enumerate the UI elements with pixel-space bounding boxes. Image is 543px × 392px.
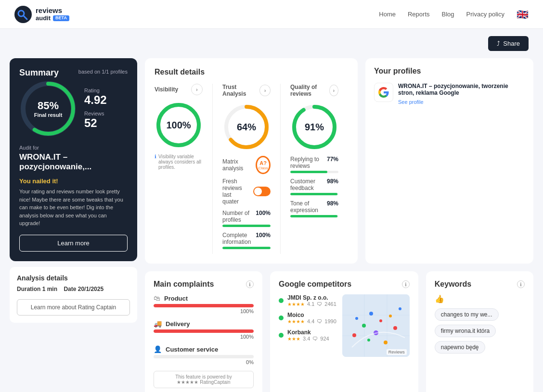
complaint-customer-service: 👤 Customer service 0% [154,345,254,365]
logo: reviews audit BETA [14,6,69,23]
nailed-desc: Your rating and reviews number look pret… [19,188,128,228]
fresh-reviews-section: Fresh reviews last quater [222,178,271,205]
nav-blog[interactable]: Blog [442,11,454,18]
result-details-title: Result details [155,68,348,76]
thumbs-up-icon: 👍 [435,294,444,303]
reviews-value: 52 [84,116,107,130]
result-details-card: Result details Visibility › [145,58,358,264]
language-flag[interactable]: 🇬🇧 [517,9,529,20]
analysis-duration: Duration 1 min Date 20/1/2025 [17,286,130,292]
svg-point-22 [393,326,397,330]
summary-metrics: 85% Final result Rating 4.92 Reviews 52 [19,80,128,138]
bottom-row: Main complaints ℹ 🛍 Product 100% 🚚 Deliv… [145,271,533,392]
svg-point-0 [14,6,32,23]
quality-nav-arrow[interactable]: › [329,85,338,96]
product-icon: 🛍 [154,294,160,302]
learn-more-rating-captain-button[interactable]: Learn more about Rating Captain [17,299,130,316]
competitor-name-3: Korbank [287,329,336,336]
see-profile-link[interactable]: See profile [398,99,424,105]
svg-point-23 [367,339,370,341]
keyword-tag-2[interactable]: firmy wrona.it która [435,325,496,337]
svg-point-17 [379,319,382,322]
main-complaints-info-icon[interactable]: ℹ [246,280,254,288]
rating-label: Rating [84,88,107,93]
complete-info-metric: Complete information 100% [222,232,271,249]
analysis-details-card: Analysis details Duration 1 min Date 20/… [10,267,137,323]
svg-point-24 [384,341,388,344]
your-profiles-card: Your profiles WRONA.IT – pozycjonowanie,… [365,58,533,264]
nav-privacy[interactable]: Privacy policy [466,11,504,18]
trust-nav-arrow[interactable]: › [259,85,271,96]
keyword-tag-1[interactable]: changes to my we... [435,308,499,321]
matrix-label: Matrix analysis [222,158,252,172]
visibility-note: ℹ Visibility variable always considers a… [155,154,203,170]
quality-label: Quality of reviews [290,84,329,97]
tone-metric: Tone of expression 98% [290,200,338,217]
keywords-card: Keywords ℹ 👍 changes to my we... firmy w… [426,271,533,392]
customer-service-pct: 0% [154,359,254,365]
delivery-name: Delivery [166,320,190,328]
customer-service-icon: 👤 [154,345,162,353]
visibility-value: 100% [166,120,191,131]
share-button[interactable]: ⤴ Share [488,36,529,51]
delivery-icon: 🚚 [154,320,162,328]
fresh-reviews-toggle[interactable] [253,187,271,196]
competitors-map: Reviews [342,294,410,357]
visibility-circle: 100% [155,101,203,149]
complaint-delivery: 🚚 Delivery 100% [154,320,254,340]
trust-circle: 64% [222,103,271,151]
svg-point-18 [362,324,366,328]
keyword-tag-3[interactable]: napewno będę [435,341,485,354]
delivery-pct: 100% [154,334,254,340]
google-competitors-title: Google competitors [279,280,351,289]
main-complaints-card: Main complaints ℹ 🛍 Product 100% 🚚 Deliv… [145,271,262,392]
map-label: Reviews [387,349,407,355]
keywords-title: Keywords [435,280,471,289]
nav-reports[interactable]: Reports [408,11,430,18]
trust-col: Trust Analysis › 64% Matrix a [213,84,281,254]
svg-point-16 [369,312,373,316]
trust-label: Trust Analysis [222,84,259,97]
competitors-info-icon[interactable]: ℹ [402,280,410,288]
reviews-label: Reviews [84,111,107,116]
main-complaints-title: Main complaints [154,280,214,289]
visibility-label: Visibility [155,86,178,93]
logo-audit-text: audit BETA [36,15,69,22]
logo-icon [14,6,32,23]
summary-based: based on 1/1 profiles [78,69,128,75]
matrix-badge: A? Class [256,156,271,174]
product-pct: 100% [154,308,254,314]
fresh-reviews-label: Fresh reviews last quater [222,178,249,205]
header: reviews audit BETA Home Reports Blog Pri… [0,0,543,29]
score-label: Final result [34,112,63,118]
sidebar: Summary based on 1/1 profiles 85% Final … [10,58,137,392]
learn-more-button[interactable]: Learn more [19,235,128,252]
nav-home[interactable]: Home [379,11,396,18]
quality-value: 91% [305,122,324,133]
beta-badge: BETA [53,15,69,21]
svg-point-26 [352,333,356,337]
powered-by: This feature is powered by ★★★★★ RatingC… [154,371,254,388]
replying-metric: Replying to reviews 77% [290,156,338,173]
keywords-info-icon[interactable]: ℹ [517,280,525,288]
competitor-name-2: Moico [287,312,336,318]
audit-for-label: Audit for [19,145,128,151]
trust-value: 64% [237,122,256,133]
profile-name: WRONA.IT – pozycjonowanie, tworzenie str… [398,83,525,96]
competitor-korbank: Korbank ★★★ 3.4 🗨 924 [279,329,336,341]
top-row: Result details Visibility › [145,58,533,264]
analysis-title: Analysis details [17,274,130,282]
competitor-name-1: JMDI Sp. z o.o. [287,294,336,301]
audit-name: WRONA.IT – pozycjonowanie,... [19,152,128,172]
main-layout: Summary based on 1/1 profiles 85% Final … [0,53,543,392]
svg-rect-11 [342,294,410,357]
content-area: Result details Visibility › [145,58,533,392]
share-icon: ⤴ [497,40,500,47]
profile-item: WRONA.IT – pozycjonowanie, tworzenie str… [374,83,525,105]
nav: Home Reports Blog Privacy policy 🇬🇧 [379,9,529,20]
google-competitors-card: Google competitors ℹ JMDI Sp. z o.o. ★★★… [270,271,418,392]
visibility-nav-arrow[interactable]: › [191,84,203,95]
visibility-col: Visibility › 100% ℹ Visibili [155,84,213,254]
matrix-section: Matrix analysis A? Class [222,156,271,174]
customer-feedback-metric: Customer feedback 98% [290,178,338,195]
